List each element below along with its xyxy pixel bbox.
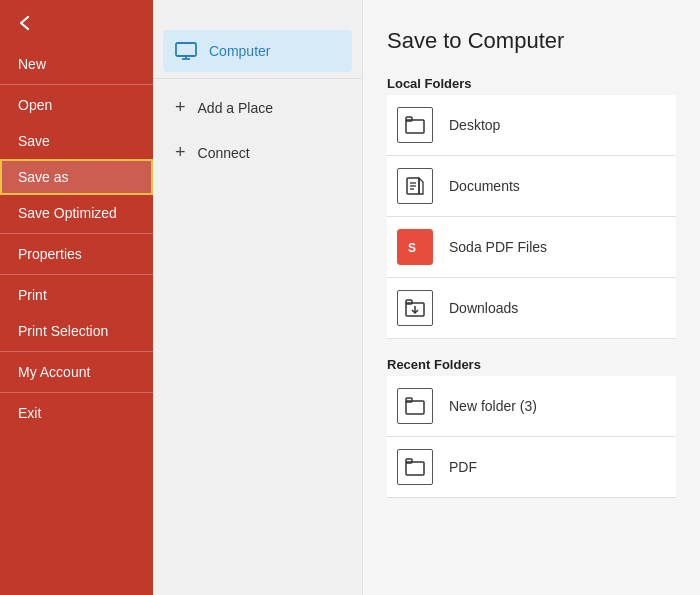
svg-rect-15 bbox=[406, 398, 412, 402]
downloads-label: Downloads bbox=[449, 300, 518, 316]
sidebar-item-save-as[interactable]: Save as bbox=[0, 159, 153, 195]
recent-section-label: Recent Folders bbox=[387, 357, 676, 372]
local-folders-section: Local Folders Desktop bbox=[387, 76, 676, 339]
folder-downloads[interactable]: Downloads bbox=[387, 278, 676, 339]
divider-5 bbox=[0, 392, 153, 393]
svg-rect-16 bbox=[406, 462, 424, 475]
pdf-label: PDF bbox=[449, 459, 477, 475]
place-computer-label: Computer bbox=[209, 43, 270, 59]
divider-2 bbox=[0, 233, 153, 234]
sidebar-item-my-account[interactable]: My Account bbox=[0, 354, 153, 390]
place-add-a-place[interactable]: + Add a Place bbox=[153, 85, 362, 130]
sidebar-item-print[interactable]: Print bbox=[0, 277, 153, 313]
divider-4 bbox=[0, 351, 153, 352]
place-connect[interactable]: + Connect bbox=[153, 130, 362, 175]
downloads-folder-icon bbox=[397, 290, 433, 326]
soda-pdf-folder-icon: S bbox=[397, 229, 433, 265]
places-panel: Computer + Add a Place + Connect bbox=[153, 0, 363, 595]
new-folder-3-label: New folder (3) bbox=[449, 398, 537, 414]
sidebar-item-open[interactable]: Open bbox=[0, 87, 153, 123]
sidebar-item-new[interactable]: New bbox=[0, 46, 153, 82]
svg-marker-9 bbox=[419, 178, 423, 194]
place-computer[interactable]: Computer bbox=[163, 30, 352, 72]
svg-rect-4 bbox=[406, 117, 412, 121]
main-content: Computer + Add a Place + Connect Save to… bbox=[153, 0, 700, 595]
svg-rect-0 bbox=[176, 43, 196, 56]
sidebar-item-save[interactable]: Save bbox=[0, 123, 153, 159]
sidebar-item-print-selection[interactable]: Print Selection bbox=[0, 313, 153, 349]
new-folder-3-icon bbox=[397, 388, 433, 424]
recent-folders-section: Recent Folders New folder (3) bbox=[387, 357, 676, 498]
page-title: Save to Computer bbox=[387, 28, 676, 54]
sidebar-item-exit[interactable]: Exit bbox=[0, 395, 153, 431]
sidebar-item-save-optimized[interactable]: Save Optimized bbox=[0, 195, 153, 231]
folder-soda-pdf[interactable]: S Soda PDF Files bbox=[387, 217, 676, 278]
svg-text:S: S bbox=[408, 241, 416, 255]
svg-rect-17 bbox=[406, 459, 412, 463]
folders-panel: Save to Computer Local Folders Desktop bbox=[363, 0, 700, 595]
folder-new-folder-3[interactable]: New folder (3) bbox=[387, 376, 676, 437]
place-divider-1 bbox=[153, 78, 362, 79]
add-place-icon: + bbox=[175, 97, 186, 118]
folder-pdf[interactable]: PDF bbox=[387, 437, 676, 498]
computer-icon bbox=[175, 42, 197, 60]
desktop-label: Desktop bbox=[449, 117, 500, 133]
folder-desktop[interactable]: Desktop bbox=[387, 95, 676, 156]
local-section-label: Local Folders bbox=[387, 76, 676, 91]
pdf-folder-icon bbox=[397, 449, 433, 485]
documents-label: Documents bbox=[449, 178, 520, 194]
sidebar: New Open Save Save as Save Optimized Pro… bbox=[0, 0, 153, 595]
sidebar-item-properties[interactable]: Properties bbox=[0, 236, 153, 272]
divider-1 bbox=[0, 84, 153, 85]
divider-3 bbox=[0, 274, 153, 275]
connect-icon: + bbox=[175, 142, 186, 163]
place-add-label: Add a Place bbox=[198, 100, 274, 116]
svg-rect-3 bbox=[406, 120, 424, 133]
documents-folder-icon bbox=[397, 168, 433, 204]
folder-documents[interactable]: Documents bbox=[387, 156, 676, 217]
svg-rect-14 bbox=[406, 401, 424, 414]
place-connect-label: Connect bbox=[198, 145, 250, 161]
desktop-folder-icon bbox=[397, 107, 433, 143]
svg-rect-12 bbox=[406, 300, 412, 304]
back-button[interactable] bbox=[0, 0, 153, 46]
soda-pdf-label: Soda PDF Files bbox=[449, 239, 547, 255]
